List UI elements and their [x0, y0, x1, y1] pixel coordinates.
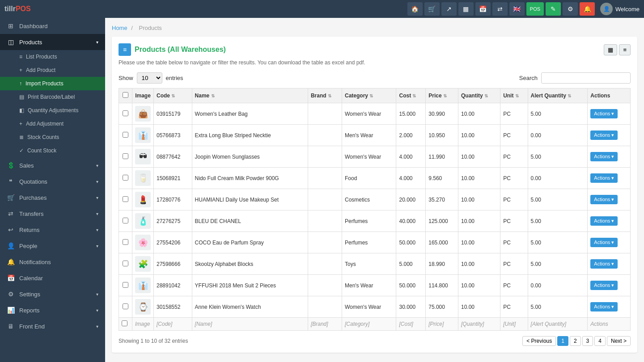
sidebar-item-reports[interactable]: 📊 Reports ▾	[0, 302, 105, 318]
row-alert-7: 5.00	[528, 253, 588, 275]
row-code-7: 27598666	[154, 253, 192, 275]
col-category[interactable]: Category ⇅	[342, 88, 396, 103]
col-unit[interactable]: Unit ⇅	[500, 88, 528, 103]
col-brand[interactable]: Brand ⇅	[308, 88, 342, 103]
actions-btn-7[interactable]: Actions ▾	[590, 259, 618, 269]
row-select-7[interactable]	[123, 261, 128, 266]
row-select-8[interactable]	[123, 282, 128, 288]
sidebar-item-sales[interactable]: 💲 Sales ▾	[0, 157, 105, 173]
actions-btn-2[interactable]: Actions ▾	[590, 152, 618, 161]
col-code[interactable]: Code ⇅	[154, 88, 192, 103]
row-select-4[interactable]	[123, 196, 128, 202]
row-price-8: 114.800	[426, 275, 458, 296]
col-image: Image	[132, 88, 154, 103]
sidebar-item-purchases[interactable]: 🛒 Purchases ▾	[0, 189, 105, 206]
actions-btn-1[interactable]: Actions ▾	[590, 130, 618, 140]
sidebar-label-purchases: Purchases	[19, 194, 92, 201]
actions-btn-5[interactable]: Actions ▾	[590, 216, 618, 226]
sidebar-subitem-list-products[interactable]: ≡ List Products	[0, 50, 105, 63]
home-nav-btn[interactable]: 🏠	[407, 2, 423, 16]
list-view-btn[interactable]: ≡	[619, 44, 631, 55]
row-select-6[interactable]	[123, 239, 128, 245]
col-alert-qty[interactable]: Alert Quantity ⇅	[528, 88, 588, 103]
table-nav-btn[interactable]: ▦	[458, 2, 474, 16]
settings-nav-btn[interactable]: ⚙	[563, 2, 578, 16]
sidebar-subitem-print-barcode[interactable]: ▤ Print Barcode/Label	[0, 90, 105, 104]
grid-view-btn[interactable]: ▦	[604, 44, 617, 55]
sidebar-subitem-add-adj[interactable]: + Add Adjustment	[0, 117, 105, 130]
row-select-1[interactable]	[123, 132, 128, 138]
product-thumbnail-6: 🌸	[135, 235, 151, 250]
add-adj-label: Add Adjustment	[26, 121, 64, 127]
sidebar-subitem-stock-counts[interactable]: ≣ Stock Counts	[0, 130, 105, 144]
page-btn-3[interactable]: 3	[582, 336, 593, 346]
page-title-icon: ≡	[119, 43, 131, 56]
next-page-btn[interactable]: Next >	[607, 336, 631, 346]
row-select-0[interactable]	[123, 110, 128, 116]
flag-nav-btn[interactable]: 🇬🇧	[509, 2, 525, 16]
row-unit-2: PC	[500, 146, 528, 168]
row-checkbox-1	[119, 125, 132, 146]
sidebar-subitem-import-products[interactable]: ↑ Import Products	[0, 77, 105, 90]
actions-btn-6[interactable]: Actions ▾	[590, 238, 618, 247]
row-checkbox-7	[119, 253, 132, 275]
footer-actions: Actions	[588, 318, 631, 331]
row-name-5: BLEU DE CHANEL	[192, 210, 308, 232]
row-unit-6: PC	[500, 232, 528, 253]
actions-btn-8[interactable]: Actions ▾	[590, 281, 618, 290]
entries-select[interactable]: 10 25 50 100	[137, 72, 162, 84]
notifications-icon: 🔔	[7, 258, 15, 265]
purchases-icon: 🛒	[7, 194, 15, 201]
share-nav-btn[interactable]: ↗	[441, 2, 457, 16]
products-arrow-icon: ▾	[96, 40, 98, 45]
prev-page-btn[interactable]: < Previous	[522, 336, 556, 346]
actions-btn-4[interactable]: Actions ▾	[590, 195, 618, 204]
sidebar-item-dashboard[interactable]: ⊞ Dashboard	[0, 18, 105, 34]
page-btn-2[interactable]: 2	[570, 336, 581, 346]
footer-cost: [Cost]	[396, 318, 426, 331]
actions-btn-0[interactable]: Actions ▾	[590, 109, 618, 118]
sidebar-item-quotations[interactable]: ❝ Quotations ▾	[0, 173, 105, 189]
search-input[interactable]	[541, 72, 631, 84]
pos-btn[interactable]: POS	[526, 2, 544, 16]
row-select-3[interactable]	[123, 175, 128, 181]
qty-adj-label: Quantity Adjustments	[28, 107, 78, 114]
sidebar-subitem-count-stock[interactable]: ✓ Count Stock	[0, 144, 105, 157]
sidebar-item-settings[interactable]: ⚙ Settings ▾	[0, 286, 105, 302]
col-price[interactable]: Price ⇅	[426, 88, 458, 103]
actions-btn-3[interactable]: Actions ▾	[590, 173, 618, 183]
edit-nav-btn[interactable]: ✎	[546, 2, 561, 16]
row-alert-2: 5.00	[528, 146, 588, 168]
row-select-9[interactable]	[123, 303, 128, 309]
sidebar-item-transfers[interactable]: ⇄ Transfers ▾	[0, 206, 105, 222]
row-select-2[interactable]	[123, 153, 128, 159]
footer-checkbox-input[interactable]	[122, 320, 127, 326]
sidebar-item-returns[interactable]: ↩ Returns ▾	[0, 222, 105, 238]
alert-nav-btn[interactable]: 🔔	[580, 2, 595, 16]
footer-category: [Category]	[342, 318, 396, 331]
sidebar-item-calendar[interactable]: 📅 Calendar	[0, 270, 105, 286]
exchange-nav-btn[interactable]: ⇄	[492, 2, 508, 16]
sidebar-item-people[interactable]: 👤 People ▾	[0, 238, 105, 254]
sidebar-item-frontend[interactable]: 🖥 Front End ▾	[0, 318, 105, 334]
sidebar-item-products[interactable]: ◫ Products ▾	[0, 34, 105, 50]
col-name[interactable]: Name ⇅	[192, 88, 308, 103]
row-name-3: Nido Full Cream Milk Powder 900G	[192, 168, 308, 189]
sidebar-item-notifications[interactable]: 🔔 Notifications	[0, 254, 105, 270]
cart-nav-btn[interactable]: 🛒	[424, 2, 440, 16]
calendar-nav-btn[interactable]: 📅	[475, 2, 491, 16]
sidebar-subitem-qty-adj[interactable]: ◧ Quantity Adjustments	[0, 104, 105, 117]
col-cost[interactable]: Cost ⇅	[396, 88, 426, 103]
col-quantity[interactable]: Quantity ⇅	[458, 88, 500, 103]
page-btn-1[interactable]: 1	[557, 336, 568, 346]
sidebar-subitem-add-product[interactable]: + Add Product	[0, 63, 105, 77]
alert-sort-icon: ⇅	[568, 93, 571, 98]
page-btn-4[interactable]: 4	[594, 336, 606, 346]
row-brand-4	[308, 189, 342, 210]
row-select-5[interactable]	[123, 218, 128, 223]
actions-btn-9[interactable]: Actions ▾	[590, 302, 618, 311]
breadcrumb-home[interactable]: Home	[112, 25, 127, 31]
select-all-checkbox[interactable]	[123, 92, 128, 98]
frontend-arrow-icon: ▾	[96, 324, 98, 329]
product-thumbnail-5: 🧴	[135, 213, 151, 229]
